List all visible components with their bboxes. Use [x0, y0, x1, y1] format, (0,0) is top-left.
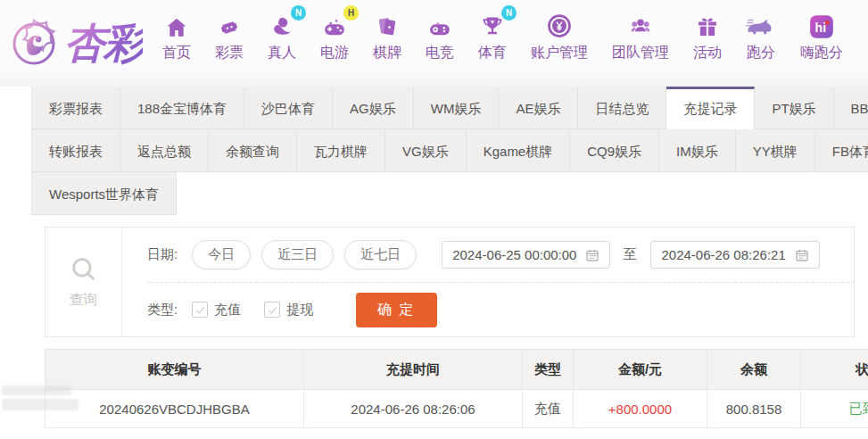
nav-item-activities[interactable]: 活动 [693, 12, 722, 62]
quick-range-7days-button[interactable]: 近七日 [344, 240, 417, 269]
date-label: 日期: [147, 246, 178, 263]
col-header-balance: 余额 [707, 350, 801, 390]
hot-badge: H [343, 5, 359, 21]
brand-logo[interactable]: 杏彩 [5, 15, 143, 72]
deposit-checkbox[interactable]: 充值 [192, 302, 241, 319]
quick-range-today-button[interactable]: 今日 [192, 240, 251, 269]
cell-balance: 800.8158 [707, 390, 801, 428]
tab-row-2: 转账报表 返点总额 余额查询 瓦力棋牌 VG娱乐 Kgame棋牌 CQ9娱乐 I… [31, 129, 868, 172]
tab-yy[interactable]: YY棋牌 [736, 129, 815, 172]
nav-item-live[interactable]: N 真人 [268, 12, 296, 62]
nav-item-label: 团队管理 [612, 44, 669, 62]
tab-pt[interactable]: PT娱乐 [755, 87, 833, 129]
calendar-icon[interactable] [795, 248, 809, 262]
checkbox-icon[interactable] [192, 302, 208, 318]
nav-item-account-management[interactable]: 账户管理 [531, 12, 588, 62]
nav-item-paofen[interactable]: 跑分 [746, 12, 776, 62]
tab-vg[interactable]: VG娱乐 [385, 129, 467, 172]
tab-balance-query[interactable]: 余额查询 [209, 129, 297, 172]
cell-amount: +800.0000 [574, 390, 707, 428]
tab-kgame[interactable]: Kgame棋牌 [467, 129, 571, 172]
nav-item-team-management[interactable]: 团队管理 [612, 12, 669, 62]
checkbox-label: 提现 [286, 302, 313, 319]
type-label: 类型: [147, 302, 178, 319]
cell-type: 充值 [523, 390, 574, 428]
filter-controls: 日期: 今日 近三日 近七日 2024-06-25 00:00:00 至 202… [122, 228, 854, 336]
confirm-button[interactable]: 确 定 [356, 293, 436, 327]
tab-row-1: 彩票报表 188金宝博体育 沙巴体育 AG娱乐 WM娱乐 AE娱乐 日结总览 充… [31, 87, 868, 129]
cards-icon [375, 12, 400, 39]
col-header-time: 充提时间 [304, 350, 523, 390]
new-badge: N [291, 5, 306, 21]
date-to-input[interactable]: 2024-06-26 08:26:21 [650, 241, 819, 269]
tab-fb-sports[interactable]: FB体育 [815, 129, 868, 172]
new-badge: N [501, 5, 517, 21]
home-icon [164, 12, 189, 39]
report-tabs: 彩票报表 188金宝博体育 沙巴体育 AG娱乐 WM娱乐 AE娱乐 日结总览 充… [31, 87, 868, 215]
nav-item-label: 彩票 [215, 44, 244, 62]
to-label: 至 [623, 246, 636, 263]
nav-item-label: 跑分 [747, 44, 775, 62]
calendar-icon[interactable] [585, 248, 599, 262]
cell-status: 已到账 [801, 390, 868, 428]
nav-item-label: 电游 [320, 44, 349, 62]
ticket-icon [217, 12, 242, 39]
nav-item-hipaofen[interactable]: hi 嗨跑分 [800, 12, 843, 62]
tab-ae[interactable]: AE娱乐 [499, 87, 578, 129]
nav-item-label: 首页 [162, 44, 191, 62]
nav-item-label: 棋牌 [373, 44, 401, 62]
date-from-input[interactable]: 2024-06-25 00:00:00 [442, 241, 610, 269]
search-icon [69, 254, 99, 285]
col-header-type: 类型 [523, 350, 574, 390]
checkbox-icon[interactable] [264, 302, 280, 318]
hi-app-icon: hi [809, 12, 834, 39]
date-filter-row: 日期: 今日 近三日 近七日 2024-06-25 00:00:00 至 202… [147, 228, 854, 282]
tab-cq9[interactable]: CQ9娱乐 [570, 129, 659, 172]
top-header: 杏彩 首页 N 彩票 N 真人 H 电游 [0, 0, 868, 87]
table-header-row: 账变编号 充提时间 类型 金额/元 余额 状态 [45, 350, 868, 390]
rhino-icon [746, 12, 776, 39]
tab-im[interactable]: IM娱乐 [659, 129, 736, 172]
tab-saba-sports[interactable]: 沙巴体育 [244, 87, 333, 129]
brand-name: 杏彩 [64, 16, 143, 71]
tab-row-3: Wesports世界体育 [31, 172, 868, 215]
tab-daily-summary[interactable]: 日结总览 [578, 87, 666, 129]
cell-change-id: 20240626VBCDJHBGBA [45, 390, 304, 428]
team-icon [627, 12, 654, 39]
nav-item-esports[interactable]: 电竞 [426, 12, 454, 62]
tab-rebate-total[interactable]: 返点总额 [120, 129, 209, 172]
tab-ag[interactable]: AG娱乐 [333, 87, 414, 129]
date-from-value: 2024-06-25 00:00:00 [452, 247, 576, 262]
quick-range-3days-button[interactable]: 近三日 [261, 240, 334, 269]
cell-time: 2024-06-26 08:26:06 [304, 390, 523, 428]
nav-item-label: 嗨跑分 [800, 44, 843, 62]
lotus-emblem-icon [5, 15, 62, 72]
tab-wali[interactable]: 瓦力棋牌 [297, 129, 385, 172]
type-filter-row: 类型: 充值 提现 确 定 [147, 282, 854, 336]
tab-wesports[interactable]: Wesports世界体育 [31, 172, 177, 215]
filter-panel: 查询 日期: 今日 近三日 近七日 2024-06-25 00:00:00 至 … [45, 227, 855, 337]
nav-item-home[interactable]: 首页 [162, 12, 191, 62]
date-to-value: 2024-06-26 08:26:21 [661, 247, 785, 262]
tab-deposit-withdraw-records[interactable]: 充提记录 [666, 87, 755, 129]
nav-item-label: 电竞 [426, 44, 454, 62]
tab-wm[interactable]: WM娱乐 [414, 87, 500, 129]
col-header-change-id: 账变编号 [45, 350, 304, 390]
query-label: 查询 [70, 291, 98, 310]
records-table: 账变编号 充提时间 类型 金额/元 余额 状态 20240626VBCDJHBG… [45, 349, 868, 428]
nav-item-boardgames[interactable]: 棋牌 [373, 12, 401, 62]
col-header-status: 状态 [801, 350, 868, 390]
tab-188-sports[interactable]: 188金宝博体育 [120, 87, 244, 129]
nav-item-lottery[interactable]: N 彩票 [215, 12, 244, 62]
nav-item-sports[interactable]: N 体育 [478, 12, 507, 62]
nav-item-egames[interactable]: H 电游 [320, 12, 349, 62]
tab-lottery-report[interactable]: 彩票报表 [31, 87, 120, 129]
main-nav: 首页 N 彩票 N 真人 H 电游 棋牌 [162, 12, 843, 75]
tab-transfer-report[interactable]: 转账报表 [31, 129, 120, 172]
col-header-amount: 金额/元 [574, 350, 707, 390]
table-row: 20240626VBCDJHBGBA 2024-06-26 08:26:06 充… [45, 390, 868, 428]
tab-bbin[interactable]: BBIN [834, 87, 868, 129]
nav-item-label: 体育 [478, 44, 507, 62]
withdraw-checkbox[interactable]: 提现 [264, 302, 313, 319]
nav-item-label: 真人 [268, 44, 296, 62]
